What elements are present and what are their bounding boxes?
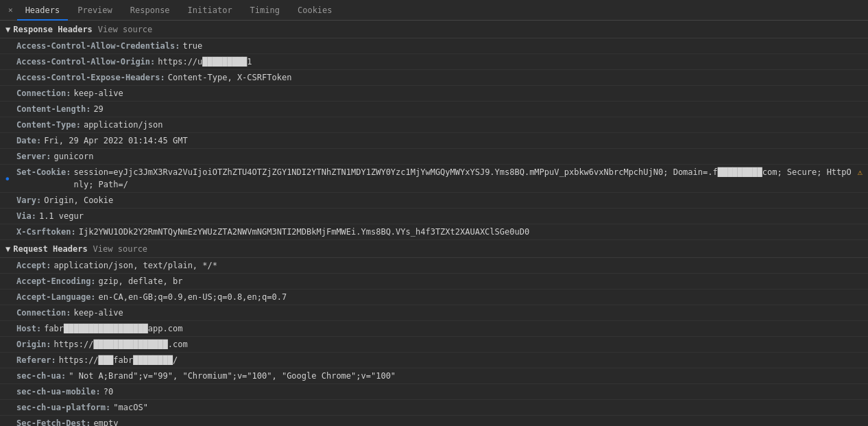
header-row-inner: Access-Control-Allow-Credentials: true bbox=[0, 38, 868, 54]
tab-response[interactable]: Response bbox=[122, 0, 178, 21]
header-name: Date: bbox=[16, 134, 41, 147]
header-row: Host: fabr█████████████████app.com bbox=[0, 321, 868, 337]
header-row: Content-Length: 29 bbox=[0, 102, 868, 117]
request-headers-arrow: ▼ bbox=[5, 244, 10, 254]
header-name: Set-Cookie: bbox=[16, 166, 71, 178]
header-name: Referer: bbox=[16, 354, 56, 366]
header-value: Fri, 29 Apr 2022 01:14:45 GMT bbox=[41, 134, 863, 147]
header-value: https://███████████████.com bbox=[51, 338, 863, 351]
header-name: Connection: bbox=[16, 87, 71, 99]
header-row-inner: Accept: application/json, text/plain, */… bbox=[0, 258, 868, 274]
header-row-inner: Sec-Fetch-Dest: empty bbox=[0, 416, 868, 426]
header-name: X-Csrftoken: bbox=[16, 226, 76, 238]
header-row-inner: Referer: https://███fabr████████/ bbox=[0, 353, 868, 368]
header-row-inner: Connection: keep-alive bbox=[0, 305, 868, 321]
header-value: application/json bbox=[81, 119, 863, 131]
header-value: Ijk2YWU1ODk2Y2RmNTQyNmEzYWUzZTA2NWVmNGM3… bbox=[76, 226, 863, 238]
header-name: sec-ch-ua-platform: bbox=[16, 401, 110, 414]
header-value: empty bbox=[91, 417, 863, 426]
header-row: sec-ch-ua: " Not A;Brand";v="99", "Chrom… bbox=[0, 368, 868, 384]
header-row: Accept: application/json, text/plain, */… bbox=[0, 258, 868, 274]
header-value: fabr█████████████████app.com bbox=[41, 322, 863, 335]
header-name: sec-ch-ua: bbox=[16, 370, 66, 382]
header-name: Server: bbox=[16, 150, 51, 163]
response-headers-arrow: ▼ bbox=[5, 25, 10, 34]
header-row: Set-Cookie: session=eyJjc3JmX3Rva2VuIjoi… bbox=[0, 165, 868, 193]
header-value: Content-Type, X-CSRFToken bbox=[165, 71, 863, 84]
header-value: keep-alive bbox=[71, 307, 863, 319]
header-row: Referer: https://███fabr████████/ bbox=[0, 353, 868, 368]
header-row-inner: Content-Type: application/json bbox=[0, 117, 868, 133]
header-name: Origin: bbox=[16, 338, 51, 351]
header-row-inner: Set-Cookie: session=eyJjc3JmX3Rva2VuIjoi… bbox=[0, 165, 868, 193]
header-value: https://u█████████1 bbox=[155, 56, 863, 68]
header-value: 1.1 vegur bbox=[36, 210, 863, 222]
header-name: Content-Length: bbox=[16, 103, 91, 115]
header-row: Accept-Encoding: gzip, deflate, br bbox=[0, 274, 868, 289]
header-name: Access-Control-Allow-Credentials: bbox=[16, 40, 180, 52]
header-name: Vary: bbox=[16, 194, 41, 206]
header-row: X-Csrftoken: Ijk2YWU1ODk2Y2RmNTQyNmEzYWU… bbox=[0, 224, 868, 240]
header-row: Origin: https://███████████████.com bbox=[0, 337, 868, 353]
header-value: keep-alive bbox=[71, 87, 863, 99]
header-row-inner: sec-ch-ua: " Not A;Brand";v="99", "Chrom… bbox=[0, 368, 868, 384]
header-row-inner: Vary: Origin, Cookie bbox=[0, 193, 868, 209]
header-value: session=eyJjc3JmX3Rva2VuIjoiOTZhZTU4OTZj… bbox=[71, 166, 853, 191]
header-value: gzip, deflate, br bbox=[96, 275, 863, 287]
tab-timing[interactable]: Timing bbox=[242, 0, 288, 21]
header-value: " Not A;Brand";v="99", "Chromium";v="100… bbox=[66, 370, 863, 382]
tab-headers[interactable]: Headers bbox=[17, 0, 69, 21]
header-row: Via: 1.1 vegur bbox=[0, 209, 868, 224]
tab-bar: ✕ Headers Preview Response Initiator Tim… bbox=[0, 0, 868, 21]
header-row-inner: Via: 1.1 vegur bbox=[0, 209, 868, 224]
header-value: application/json, text/plain, */* bbox=[51, 259, 863, 272]
header-row-inner: Accept-Language: en-CA,en-GB;q=0.9,en-US… bbox=[0, 289, 868, 305]
response-headers-list: Access-Control-Allow-Credentials: trueAc… bbox=[0, 38, 868, 240]
request-headers-title: ▼ Request Headers bbox=[5, 244, 88, 254]
header-row: Date: Fri, 29 Apr 2022 01:14:45 GMT bbox=[0, 133, 868, 149]
header-row: sec-ch-ua-mobile: ?0 bbox=[0, 384, 868, 400]
response-headers-title: ▼ Response Headers bbox=[5, 25, 93, 34]
header-row-inner: Origin: https://███████████████.com bbox=[0, 337, 868, 353]
header-row-inner: Access-Control-Expose-Headers: Content-T… bbox=[0, 70, 868, 86]
header-name: Accept-Language: bbox=[16, 291, 96, 303]
header-row-inner: Content-Length: 29 bbox=[0, 102, 868, 117]
header-value: "macOS" bbox=[110, 401, 863, 414]
request-headers-section: ▼ Request Headers View source Accept: ap… bbox=[0, 240, 868, 426]
header-row: Accept-Language: en-CA,en-GB;q=0.9,en-US… bbox=[0, 289, 868, 305]
header-row: Sec-Fetch-Dest: empty bbox=[0, 416, 868, 426]
header-row-inner: Accept-Encoding: gzip, deflate, br bbox=[0, 274, 868, 289]
request-headers-list: Accept: application/json, text/plain, */… bbox=[0, 258, 868, 426]
header-value: ?0 bbox=[101, 386, 863, 398]
warning-icon: ⚠ bbox=[858, 166, 863, 178]
header-row: Connection: keep-alive bbox=[0, 86, 868, 102]
tab-arrow: ✕ bbox=[5, 5, 16, 14]
response-headers-section: ▼ Response Headers View source Access-Co… bbox=[0, 21, 868, 240]
header-value: gunicorn bbox=[51, 150, 863, 163]
request-headers-view-source[interactable]: View source bbox=[93, 244, 147, 254]
header-row-inner: Access-Control-Allow-Origin: https://u██… bbox=[0, 54, 868, 70]
header-value: 29 bbox=[91, 103, 863, 115]
header-name: Host: bbox=[16, 322, 41, 335]
request-headers-header: ▼ Request Headers View source bbox=[0, 240, 868, 258]
header-row: Access-Control-Expose-Headers: Content-T… bbox=[0, 70, 868, 86]
tab-cookies[interactable]: Cookies bbox=[289, 0, 341, 21]
response-headers-header: ▼ Response Headers View source bbox=[0, 21, 868, 38]
header-row: Content-Type: application/json bbox=[0, 117, 868, 133]
header-name: Via: bbox=[16, 210, 36, 222]
response-headers-view-source[interactable]: View source bbox=[98, 25, 152, 34]
header-name: Accept: bbox=[16, 259, 51, 272]
tab-initiator[interactable]: Initiator bbox=[180, 0, 241, 21]
header-row: Access-Control-Allow-Credentials: true bbox=[0, 38, 868, 54]
header-value: Origin, Cookie bbox=[41, 194, 863, 206]
header-name: Connection: bbox=[16, 307, 71, 319]
header-row: Connection: keep-alive bbox=[0, 305, 868, 321]
header-row-inner: sec-ch-ua-mobile: ?0 bbox=[0, 384, 868, 400]
header-row-inner: sec-ch-ua-platform: "macOS" bbox=[0, 400, 868, 416]
header-name: Content-Type: bbox=[16, 119, 81, 131]
header-name: Sec-Fetch-Dest: bbox=[16, 417, 91, 426]
header-name: Access-Control-Allow-Origin: bbox=[16, 56, 155, 68]
header-row: sec-ch-ua-platform: "macOS" bbox=[0, 400, 868, 416]
header-value: true bbox=[180, 40, 863, 52]
tab-preview[interactable]: Preview bbox=[69, 0, 121, 21]
